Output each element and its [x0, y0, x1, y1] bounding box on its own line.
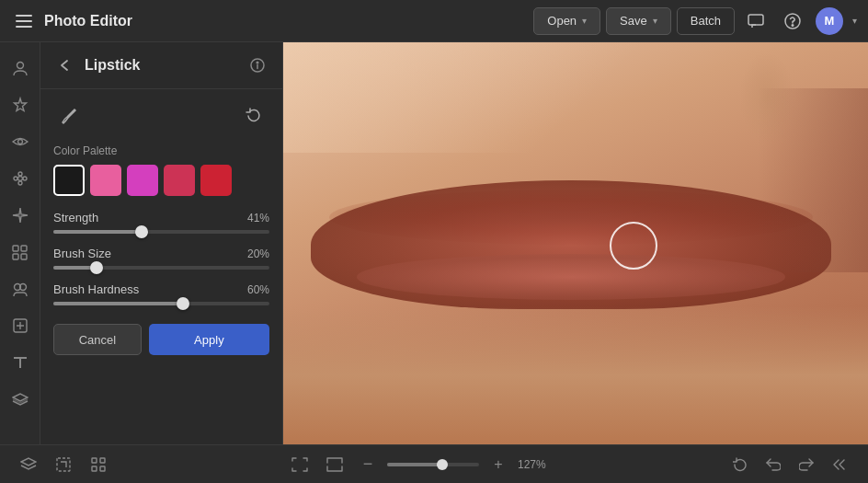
brush-hardness-track[interactable] [53, 302, 269, 305]
refresh-button[interactable] [726, 451, 754, 478]
topbar: Photo Editor Open ▾ Save ▾ Batch M ▾ [0, 0, 868, 42]
crop-bottom-icon[interactable] [50, 451, 77, 478]
info-button[interactable] [246, 53, 269, 77]
tool-row [53, 100, 269, 132]
help-icon-button[interactable] [779, 7, 806, 35]
fit-view-button[interactable] [286, 451, 314, 478]
sidebar-layers-icon[interactable] [4, 383, 37, 416]
brush-hardness-value: 60% [247, 283, 269, 296]
brush-hardness-slider-group: Brush Hardness 60% [53, 282, 269, 305]
brush-size-value: 20% [247, 247, 269, 260]
sidebar-star-icon[interactable] [4, 88, 37, 121]
layers-bottom-icon[interactable] [15, 451, 42, 478]
redo-button[interactable] [793, 451, 820, 478]
svg-rect-0 [16, 15, 32, 17]
topbar-center: Open ▾ Save ▾ Batch [533, 7, 735, 35]
svg-point-12 [23, 177, 27, 180]
color-swatch-1[interactable] [90, 165, 121, 196]
svg-rect-24 [92, 458, 97, 463]
reset-tool-button[interactable] [238, 100, 269, 132]
canvas-image [283, 42, 868, 444]
svg-rect-2 [16, 26, 32, 28]
zoom-in-button[interactable]: + [486, 453, 510, 477]
svg-point-8 [17, 177, 22, 181]
bottom-history-controls [726, 451, 853, 478]
menu-button[interactable] [11, 8, 37, 34]
app-title: Photo Editor [44, 13, 132, 29]
back-button[interactable] [53, 53, 77, 77]
color-swatch-2[interactable] [127, 165, 158, 196]
undo-button[interactable] [760, 451, 787, 478]
bottom-left-tools [15, 451, 112, 478]
sidebar-person-icon[interactable] [4, 52, 37, 85]
color-swatch-4[interactable] [200, 165, 232, 196]
sidebar-eye-icon[interactable] [4, 125, 37, 158]
brush-tool-button[interactable] [53, 100, 85, 132]
color-palette-label: Color Palette [53, 144, 269, 157]
svg-rect-27 [100, 466, 105, 471]
svg-point-11 [14, 177, 17, 180]
lipstick-panel: Lipstick [40, 42, 283, 444]
brush-size-label: Brush Size [53, 247, 111, 260]
brush-size-track[interactable] [53, 266, 269, 270]
sidebar-grid-icon[interactable] [4, 236, 37, 269]
fit-width-button[interactable] [321, 451, 348, 478]
color-palette [53, 165, 269, 196]
sidebar-text-icon[interactable] [4, 346, 37, 379]
svg-point-5 [792, 24, 794, 26]
zoom-slider[interactable] [387, 463, 479, 466]
sidebar-flower-icon[interactable] [4, 162, 37, 195]
strength-slider-group: Strength 41% [53, 211, 269, 234]
open-chevron-icon: ▾ [582, 16, 587, 26]
avatar[interactable]: M [816, 7, 843, 35]
svg-rect-26 [92, 466, 97, 471]
svg-rect-16 [21, 254, 27, 259]
svg-point-6 [17, 63, 23, 69]
sidebar-group-icon[interactable] [4, 272, 37, 305]
chat-icon-button[interactable] [742, 7, 770, 35]
panel-header: Lipstick [40, 42, 282, 89]
sidebar-sticker-icon[interactable] [4, 309, 37, 342]
open-button[interactable]: Open ▾ [533, 7, 600, 35]
svg-point-9 [18, 172, 22, 176]
strength-label: Strength [53, 211, 98, 224]
svg-rect-14 [21, 246, 27, 251]
zoom-value: 127% [518, 458, 553, 471]
bottom-zoom-controls: − + 127% [286, 451, 553, 478]
sidebar-sparkle-icon[interactable] [4, 199, 37, 232]
save-button[interactable]: Save ▾ [606, 7, 671, 35]
svg-point-10 [18, 181, 22, 185]
svg-rect-25 [100, 458, 105, 463]
save-chevron-icon: ▾ [653, 16, 657, 26]
color-swatch-3[interactable] [164, 165, 195, 196]
svg-rect-15 [13, 254, 18, 259]
svg-rect-1 [16, 20, 32, 22]
zoom-out-button[interactable]: − [356, 453, 380, 477]
brush-hardness-label: Brush Hardness [53, 282, 139, 296]
batch-button[interactable]: Batch [677, 7, 735, 35]
svg-rect-3 [748, 15, 763, 25]
topbar-left: Photo Editor [11, 8, 526, 34]
avatar-chevron-icon[interactable]: ▾ [852, 16, 857, 26]
canvas-area[interactable] [283, 42, 868, 444]
panel-content: Color Palette Strength 41% [40, 89, 282, 444]
history-prev-button[interactable] [826, 451, 853, 478]
color-swatch-0[interactable] [53, 165, 85, 196]
action-row: Cancel Apply [53, 324, 269, 355]
topbar-right: M ▾ [742, 7, 857, 35]
apply-button[interactable]: Apply [149, 324, 269, 355]
cancel-button[interactable]: Cancel [53, 324, 142, 355]
main-area: Lipstick [0, 42, 868, 444]
svg-point-21 [257, 62, 258, 63]
strength-track[interactable] [53, 230, 269, 234]
svg-point-7 [17, 140, 22, 144]
svg-rect-13 [13, 246, 18, 251]
panel-title: Lipstick [85, 57, 238, 74]
strength-value: 41% [247, 212, 269, 224]
grid-bottom-icon[interactable] [85, 451, 112, 478]
left-sidebar [0, 42, 40, 444]
svg-rect-23 [57, 458, 70, 471]
brush-size-slider-group: Brush Size 20% [53, 247, 269, 270]
bottom-toolbar: − + 127% [0, 444, 868, 483]
